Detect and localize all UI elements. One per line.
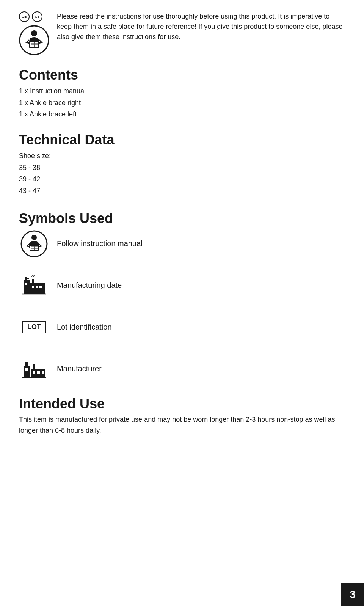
contents-title: Contents [19,67,345,83]
technical-data-section: Technical Data Shoe size: 35 - 38 39 - 4… [19,132,345,197]
follow-manual-icon-container [19,229,49,259]
svg-rect-25 [24,366,30,377]
header-text: Please read the instructions for use tho… [57,11,345,42]
contents-body: 1 x Instruction manual 1 x Ankle brace r… [19,85,345,120]
symbol-item-follow-manual: Follow instruction manual [19,229,345,259]
manufacturing-date-icon-container [19,270,49,301]
svg-rect-20 [25,283,27,285]
symbol-item-lot: LOT Lot identification [19,312,345,342]
shoe-size-label: Shoe size: [19,150,345,162]
svg-rect-32 [42,371,44,374]
symbol-item-manufacturer: Manufacturer [19,354,345,384]
svg-rect-28 [33,364,35,370]
svg-rect-19 [32,279,34,284]
lot-box: LOT [22,321,46,333]
svg-rect-16 [24,280,30,294]
svg-rect-17 [30,283,45,294]
header-section: GB CY [19,11,345,55]
size-1: 35 - 38 [19,162,345,174]
intended-use-title: Intended Use [19,396,345,412]
intended-use-section: Intended Use This item is manufactured f… [19,396,345,436]
cy-badge: CY [32,11,42,22]
svg-rect-27 [25,362,28,367]
svg-rect-18 [25,277,27,281]
header-icon-area: GB CY [19,11,49,55]
manufacturing-date-label: Manufacturing date [57,281,122,290]
page-number: 3 [350,589,356,601]
manufacturer-icon-container [19,354,49,384]
intended-use-body: This item is manufactured for private us… [19,414,345,436]
technical-data-body: Shoe size: 35 - 38 39 - 42 43 - 47 [19,150,345,196]
svg-rect-30 [33,371,35,374]
header-text-block: Please read the instructions for use tho… [57,11,345,42]
contents-item-2: 1 x Ankle brace right [19,97,345,109]
technical-data-title: Technical Data [19,132,345,148]
manufacturer-label: Manufacturer [57,364,102,373]
svg-rect-21 [32,286,34,288]
symbols-title: Symbols Used [19,210,345,226]
follow-manual-label: Follow instruction manual [57,239,143,248]
svg-point-1 [31,30,37,36]
symbols-section: Symbols Used [19,210,345,384]
svg-rect-22 [36,286,38,288]
size-2: 39 - 42 [19,173,345,185]
lot-icon-container: LOT [19,312,49,342]
size-3: 43 - 47 [19,185,345,197]
svg-rect-29 [25,368,28,371]
person-reading-icon [19,25,49,55]
symbol-item-manufacturing-date: Manufacturing date [19,270,345,301]
follow-manual-svg [20,230,48,257]
lot-label: Lot identification [57,323,112,331]
contents-item-1: 1 x Instruction manual [19,85,345,97]
manufacturing-date-svg [20,272,48,299]
manufacturer-svg [20,355,48,383]
svg-rect-23 [39,286,42,288]
svg-rect-31 [37,371,40,374]
contents-item-3: 1 x Ankle brace left [19,108,345,120]
page-container: GB CY [0,0,364,482]
badges-row: GB CY [19,11,49,22]
svg-point-9 [31,235,37,240]
page-number-box: 3 [341,583,364,606]
contents-section: Contents 1 x Instruction manual 1 x Ankl… [19,67,345,120]
gb-badge: GB [19,11,30,22]
